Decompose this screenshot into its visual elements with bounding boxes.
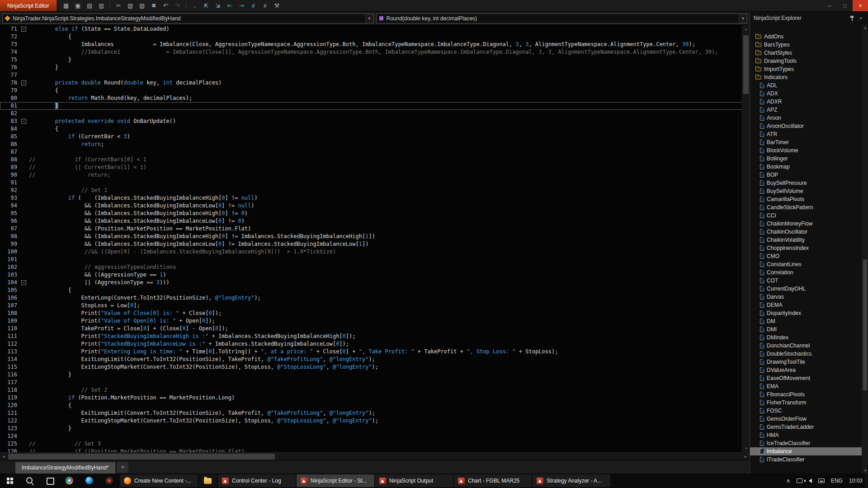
code-line-80[interactable]: 80 return Math.Round(key, decimalPlaces)… bbox=[0, 94, 750, 102]
member-selector-dropdown-arrow[interactable]: ▾ bbox=[739, 14, 747, 23]
explorer-item-dmi[interactable]: DMI bbox=[750, 325, 868, 333]
explorer-item-easeofmovement[interactable]: EaseOfMovement bbox=[750, 374, 868, 382]
explorer-item-choppinessindex[interactable]: ChoppinessIndex bbox=[750, 244, 868, 252]
explorer-item-gemstraderladder[interactable]: GemsTraderLadder bbox=[750, 423, 868, 431]
explorer-item-dm[interactable]: DM bbox=[750, 317, 868, 325]
editor-vertical-scrollbar[interactable]: ▴ ▾ bbox=[742, 25, 750, 452]
code-line-74[interactable]: 74 //Imbalance1 = Imbalance(Close[1], Ag… bbox=[0, 48, 750, 56]
explorer-item-darvas[interactable]: Darvas bbox=[750, 293, 868, 301]
print-icon[interactable]: ▤ bbox=[85, 1, 95, 10]
code-line-118[interactable]: 118 // Set 2 bbox=[0, 386, 750, 394]
code-line-108[interactable]: 108 Print("Value of Close[0] is: " + Clo… bbox=[0, 310, 750, 317]
explorer-item-adxr[interactable]: ADXR bbox=[750, 98, 868, 106]
undo-icon[interactable]: ↶ bbox=[160, 1, 171, 10]
code-line-85[interactable]: 85 if (CurrentBar < 3) bbox=[0, 133, 750, 141]
code-line-98[interactable]: 98 && (Imbalances.StackedBuyingImbalance… bbox=[0, 233, 750, 240]
taskbar-button-ninjascript-editor-st[interactable]: NinjaScript Editor - St... bbox=[297, 474, 374, 487]
explorer-item-hma[interactable]: HMA bbox=[750, 431, 868, 439]
code-line-115[interactable]: 115 ExitLongStopMarket(Convert.ToInt32(P… bbox=[0, 363, 750, 371]
code-line-90[interactable]: 90// return; bbox=[0, 171, 750, 179]
explorer-folder-barstypes[interactable]: BarsTypes bbox=[750, 41, 868, 49]
show-desktop-button[interactable] bbox=[866, 474, 868, 488]
code-line-82[interactable]: 82 bbox=[0, 110, 750, 117]
taskbar-button-chart-fgbl-mar25[interactable]: Chart - FGBL MAR25 bbox=[454, 474, 532, 487]
decrease-indent-icon[interactable]: ⇤ bbox=[225, 1, 235, 10]
explorer-item-aroon[interactable]: Aroon bbox=[750, 114, 868, 122]
code-line-93[interactable]: 93 if ( (Imbalances.StackedBuyingImbalan… bbox=[0, 194, 750, 202]
code-line-119[interactable]: 119 if (Position.MarketPosition == Marke… bbox=[0, 394, 750, 402]
explorer-item-disparityindex[interactable]: DisparityIndex bbox=[750, 309, 868, 317]
explorer-item-bookmap[interactable]: Bookmap bbox=[750, 163, 868, 171]
code-line-123[interactable]: 123 } bbox=[0, 425, 750, 432]
close-button[interactable]: × bbox=[853, 0, 868, 11]
code-line-88[interactable]: 88// if (CurrentBars[0] < 1 bbox=[0, 156, 750, 164]
explorer-item-dmindex[interactable]: DMIndex bbox=[750, 333, 868, 342]
language-indicator[interactable]: ENG bbox=[828, 474, 846, 488]
scroll-up-arrow-icon[interactable]: ▴ bbox=[742, 25, 750, 33]
explorer-item-dema[interactable]: DEMA bbox=[750, 301, 868, 309]
code-line-111[interactable]: 111 Print("StackedBuyingImbalanceHigh is… bbox=[0, 333, 750, 340]
code-line-77[interactable]: 77 bbox=[0, 71, 750, 79]
explorer-item-aroonoscillator[interactable]: AroonOscillator bbox=[750, 122, 868, 130]
taskbar-button-ninjascript-output[interactable]: NinjaScript Output bbox=[375, 474, 453, 487]
explorer-item-adl[interactable]: ADL bbox=[750, 81, 868, 89]
taskbar-button-strategy-analyzer-a[interactable]: Strategy Analyzer - A... bbox=[533, 474, 610, 487]
code-line-73[interactable]: 73 Imbalances = Imbalance(Close, Aggress… bbox=[0, 41, 750, 48]
explorer-item-camarillapivots[interactable]: CamarillaPivots bbox=[750, 195, 868, 203]
code-line-122[interactable]: 122 ExitLongStopMarket(Convert.ToInt32(P… bbox=[0, 417, 750, 425]
explorer-item-cmo[interactable]: CMO bbox=[750, 252, 868, 260]
document-tab[interactable]: ImbalanceStrategyModifiedByHand* bbox=[15, 462, 115, 474]
code-line-84[interactable]: 84 { bbox=[0, 125, 750, 133]
code-line-95[interactable]: 95 && (Imbalances.StackedBuyingImbalance… bbox=[0, 210, 750, 217]
code-line-100[interactable]: 100 //&& ((Open[0] - (Imbalances.Stacked… bbox=[0, 248, 750, 256]
paste-icon[interactable]: ▨ bbox=[137, 1, 147, 10]
code-line-78[interactable]: 78− private double Round(double key, int… bbox=[0, 79, 750, 87]
save-icon[interactable]: ▦ bbox=[61, 1, 71, 10]
code-line-109[interactable]: 109 Print("Value of Open[0] is: " + Open… bbox=[0, 317, 750, 325]
explorer-item-ema[interactable]: EMA bbox=[750, 382, 868, 390]
pin-icon[interactable] bbox=[849, 15, 854, 21]
code-line-107[interactable]: 107 StopLoss = Low[0]; bbox=[0, 302, 750, 310]
explorer-item-buysellpressure[interactable]: BuySellPressure bbox=[750, 179, 868, 187]
explorer-scrollbar[interactable]: ▴ ▾ bbox=[862, 24, 868, 474]
code-line-81[interactable]: 81 } bbox=[0, 102, 750, 110]
explorer-item-constantlines[interactable]: ConstantLines bbox=[750, 260, 868, 268]
code-line-125[interactable]: 125// // Set 3 bbox=[0, 440, 750, 448]
member-selector[interactable]: Round(double key, int decimalPlaces) ▾ bbox=[376, 14, 748, 23]
network-icon[interactable] bbox=[793, 474, 806, 488]
explorer-item-imbalance[interactable]: Imbalance bbox=[750, 447, 868, 455]
window-title-tab[interactable]: NinjaScript Editor bbox=[0, 0, 57, 11]
explorer-item-bop[interactable]: BOP bbox=[750, 171, 868, 179]
maximize-button[interactable]: □ bbox=[837, 0, 853, 11]
explorer-folder-indicators[interactable]: Indicators bbox=[750, 73, 868, 81]
explorer-item-bollinger[interactable]: Bollinger bbox=[750, 155, 868, 163]
fold-collapse-icon[interactable]: − bbox=[21, 80, 26, 85]
explorer-item-itradeclassifier[interactable]: ITradeClassifier bbox=[750, 455, 868, 464]
code-line-106[interactable]: 106 EnterLong(Convert.ToInt32(PositionSi… bbox=[0, 294, 750, 302]
increase-indent-icon[interactable]: ⇥ bbox=[236, 1, 247, 10]
volume-icon[interactable] bbox=[806, 474, 815, 488]
explorer-item-donchianchannel[interactable]: DonchianChannel bbox=[750, 342, 868, 350]
save-as-icon[interactable]: ▣ bbox=[73, 1, 83, 10]
code-line-94[interactable]: 94 && (Imbalances.StackedBuyingImbalance… bbox=[0, 202, 750, 210]
taskbar-button-control-center-log[interactable]: Control Center - Log bbox=[218, 474, 296, 487]
explorer-item-bartimer[interactable]: BarTimer bbox=[750, 138, 868, 146]
class-selector-dropdown-arrow[interactable]: ▾ bbox=[365, 14, 373, 23]
explorer-item-apz[interactable]: APZ bbox=[750, 106, 868, 114]
code-line-89[interactable]: 89// || CurrentBars[1] < 1) bbox=[0, 164, 750, 171]
code-line-124[interactable]: 124 bbox=[0, 432, 750, 440]
go-to-line-icon[interactable]: → bbox=[189, 1, 200, 10]
code-line-113[interactable]: 113 Print("Entering Long in time: " + Ti… bbox=[0, 348, 750, 356]
explorer-item-fosc[interactable]: FOSC bbox=[750, 407, 868, 415]
delete-icon[interactable]: ✖ bbox=[149, 1, 159, 10]
code-line-102[interactable]: 102 // aggressionTypesConditions bbox=[0, 263, 750, 271]
code-line-71[interactable]: 71− else if (State == State.DataLoaded) bbox=[0, 25, 750, 33]
code-line-105[interactable]: 105 { bbox=[0, 286, 750, 294]
code-line-79[interactable]: 79 { bbox=[0, 87, 750, 94]
chrome-icon[interactable] bbox=[60, 474, 80, 488]
explorer-folder-drawingtools[interactable]: DrawingTools bbox=[750, 57, 868, 65]
scroll-left-arrow-icon[interactable]: ◂ bbox=[0, 453, 8, 460]
taskbar-button-create-new-content[interactable]: Create New Content -... bbox=[120, 474, 198, 487]
edge-icon[interactable] bbox=[80, 474, 99, 488]
copy-icon[interactable]: ▧ bbox=[125, 1, 136, 10]
